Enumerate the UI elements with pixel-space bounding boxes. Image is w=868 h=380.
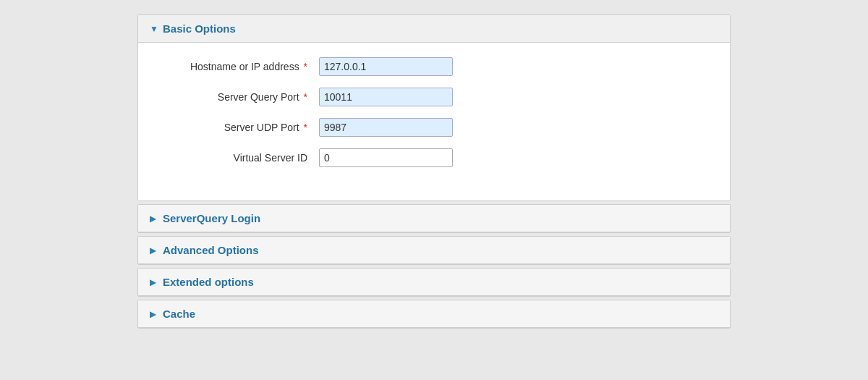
section-advanced-options: ▶Advanced Options xyxy=(137,236,731,265)
section-header-basic-options[interactable]: ▼Basic Options xyxy=(138,15,730,43)
section-title-extended-options: Extended options xyxy=(163,276,254,288)
section-body-basic-options: Hostname or IP address *Server Query Por… xyxy=(138,43,730,200)
section-basic-options: ▼Basic OptionsHostname or IP address *Se… xyxy=(137,14,731,201)
input-server-query-port[interactable] xyxy=(319,88,453,106)
section-header-cache[interactable]: ▶Cache xyxy=(138,300,730,328)
section-title-cache: Cache xyxy=(163,308,195,320)
input-virtual-server-id[interactable] xyxy=(319,148,453,167)
section-header-extended-options[interactable]: ▶Extended options xyxy=(138,269,730,296)
required-marker-server-udp-port: * xyxy=(301,122,307,133)
section-cache: ▶Cache xyxy=(137,300,731,329)
section-title-basic-options: Basic Options xyxy=(163,22,236,35)
section-title-serverquery-login: ServerQuery Login xyxy=(163,212,260,224)
section-header-advanced-options[interactable]: ▶Advanced Options xyxy=(138,237,730,264)
collapse-arrow-cache: ▶ xyxy=(150,309,157,319)
page-wrapper: ▼Basic OptionsHostname or IP address *Se… xyxy=(137,14,731,329)
collapse-arrow-extended-options: ▶ xyxy=(150,277,157,287)
sections-container: ▼Basic OptionsHostname or IP address *Se… xyxy=(137,14,731,329)
collapse-arrow-basic-options: ▼ xyxy=(150,24,157,34)
label-server-query-port: Server Query Port * xyxy=(160,91,319,103)
form-row-server-udp-port: Server UDP Port * xyxy=(160,118,708,137)
label-server-udp-port: Server UDP Port * xyxy=(160,122,319,133)
form-row-hostname: Hostname or IP address * xyxy=(160,57,708,76)
input-hostname[interactable] xyxy=(319,57,453,76)
form-row-virtual-server-id: Virtual Server ID xyxy=(160,148,708,167)
section-serverquery-login: ▶ServerQuery Login xyxy=(137,204,731,233)
label-hostname: Hostname or IP address * xyxy=(160,61,319,72)
input-server-udp-port[interactable] xyxy=(319,118,453,137)
required-marker-hostname: * xyxy=(301,61,307,72)
section-title-advanced-options: Advanced Options xyxy=(163,244,259,256)
collapse-arrow-serverquery-login: ▶ xyxy=(150,214,157,224)
collapse-arrow-advanced-options: ▶ xyxy=(150,245,157,256)
form-row-server-query-port: Server Query Port * xyxy=(160,88,708,106)
required-marker-server-query-port: * xyxy=(301,91,307,103)
section-extended-options: ▶Extended options xyxy=(137,268,731,297)
label-virtual-server-id: Virtual Server ID xyxy=(160,152,319,164)
section-header-serverquery-login[interactable]: ▶ServerQuery Login xyxy=(138,205,730,232)
